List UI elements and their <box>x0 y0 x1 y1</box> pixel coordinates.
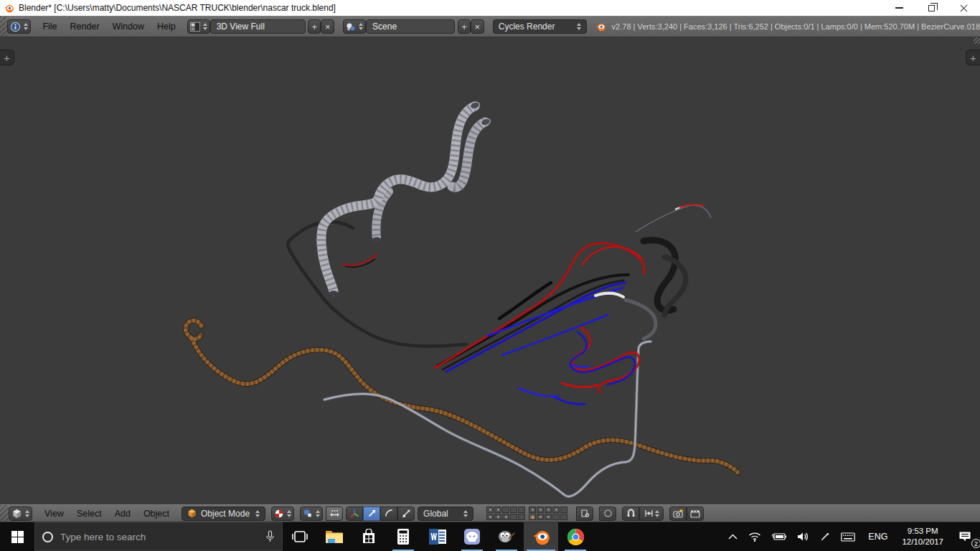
scene-name-field[interactable]: Scene <box>366 19 455 34</box>
layer-cell[interactable] <box>560 514 567 520</box>
taskbar-app-calculator[interactable] <box>386 522 420 551</box>
toolshelf-expand-button[interactable]: + <box>0 50 14 65</box>
menu-view[interactable]: View <box>38 509 70 519</box>
screen-layout-selector[interactable] <box>187 19 210 34</box>
layer-cell[interactable] <box>510 514 517 520</box>
screen-layout-icon <box>190 22 200 32</box>
layer-cell[interactable] <box>494 514 501 520</box>
manipulator-axes-button[interactable] <box>346 507 363 521</box>
layer-cell[interactable] <box>537 507 544 513</box>
curve-object-small-red-wire[interactable] <box>343 255 377 267</box>
scale-manipulator-button[interactable] <box>397 507 415 521</box>
layer-cell[interactable] <box>502 507 509 513</box>
rotate-manipulator-button[interactable] <box>380 507 397 521</box>
snap-toggle-button[interactable] <box>622 507 639 521</box>
spinner-icon <box>316 510 320 517</box>
curve-object-wiring-harness[interactable] <box>435 243 656 405</box>
editor-type-button-3dview[interactable] <box>9 507 32 521</box>
chevron-up-icon <box>728 534 738 540</box>
layer-cell[interactable] <box>560 507 567 513</box>
layer-cell[interactable] <box>552 514 560 520</box>
layer-cell[interactable] <box>518 514 525 520</box>
pivot-point-dropdown[interactable] <box>300 507 323 521</box>
menu-object[interactable]: Object <box>137 509 176 519</box>
tray-clock[interactable]: 9:53 PM 12/10/2017 <box>897 526 948 547</box>
search-input[interactable] <box>60 532 258 542</box>
chrome-icon <box>567 528 585 546</box>
editor-type-button-info[interactable] <box>7 19 31 34</box>
mode-dropdown[interactable]: Object Mode <box>182 507 265 521</box>
scene-lock-button[interactable] <box>576 507 593 521</box>
layer-cell[interactable] <box>545 507 552 513</box>
curve-object-dark-hose[interactable] <box>644 240 686 316</box>
translate-manipulator-button[interactable] <box>363 507 380 521</box>
taskbar-app-chrome[interactable] <box>558 522 593 551</box>
layer-cell[interactable] <box>510 507 517 513</box>
taskbar-app-file-explorer[interactable] <box>317 522 352 551</box>
manipulator-toggle-button[interactable] <box>326 507 343 521</box>
taskbar-app-gimp[interactable] <box>489 522 524 551</box>
taskbar-app-discord[interactable] <box>455 522 489 551</box>
layer-cell[interactable] <box>529 507 536 513</box>
close-button[interactable] <box>948 0 980 16</box>
opengl-render-button[interactable] <box>669 507 687 521</box>
restore-icon <box>928 5 935 11</box>
layer-cell[interactable] <box>486 514 494 520</box>
tray-language-indicator[interactable]: ENG <box>863 522 892 551</box>
layer-cell[interactable] <box>486 507 494 513</box>
tray-battery-button[interactable] <box>769 522 789 551</box>
area-corner-widget[interactable] <box>0 17 7 37</box>
curve-object-thin-sweep[interactable] <box>636 204 711 232</box>
minimize-button[interactable] <box>883 0 915 16</box>
add-scene-button[interactable]: + <box>458 19 471 34</box>
layer-cell[interactable] <box>537 514 544 520</box>
area-corner-widget[interactable] <box>0 505 9 522</box>
layer-cell[interactable] <box>545 514 552 520</box>
tray-volume-button[interactable] <box>794 522 811 551</box>
add-screen-button[interactable]: + <box>308 19 321 34</box>
layer-cell[interactable] <box>518 507 525 513</box>
screen-name-field[interactable]: 3D View Full <box>210 19 306 34</box>
taskbar-search[interactable] <box>34 522 283 551</box>
3d-viewport[interactable]: + + <box>0 37 980 504</box>
task-view-button[interactable] <box>283 522 317 551</box>
translate-arrow-icon <box>367 509 377 518</box>
menu-help[interactable]: Help <box>151 22 182 32</box>
proportional-edit-button[interactable] <box>599 507 616 521</box>
viewport-shading-dropdown[interactable] <box>271 507 294 521</box>
delete-scene-button[interactable]: × <box>471 19 484 34</box>
microphone-icon[interactable] <box>265 530 275 543</box>
tray-chevron-button[interactable] <box>725 522 740 551</box>
taskbar-app-word[interactable] <box>420 522 455 551</box>
taskbar-app-blender[interactable] <box>524 522 558 551</box>
snap-element-dropdown[interactable] <box>639 507 664 521</box>
menu-window[interactable]: Window <box>106 22 151 32</box>
properties-expand-button[interactable]: + <box>966 50 980 65</box>
tray-pen-button[interactable] <box>816 522 833 551</box>
tray-network-button[interactable] <box>745 522 764 551</box>
delete-screen-button[interactable]: × <box>321 19 334 34</box>
render-engine-dropdown[interactable]: Cycles Render <box>493 19 587 34</box>
taskbar-app-store[interactable] <box>352 522 386 551</box>
transform-orientation-dropdown[interactable]: Global <box>418 507 473 521</box>
start-button[interactable] <box>0 522 34 551</box>
layer-cell[interactable] <box>502 514 509 520</box>
restore-button[interactable] <box>915 0 948 16</box>
layer-cell-active[interactable] <box>529 514 536 520</box>
opengl-render-anim-button[interactable] <box>687 507 704 521</box>
menu-select[interactable]: Select <box>70 509 108 519</box>
scene-selector[interactable] <box>343 19 366 34</box>
spinner-icon <box>655 510 659 517</box>
action-center-button[interactable]: 2 <box>953 522 977 551</box>
menu-add[interactable]: Add <box>108 509 137 519</box>
spinner-icon <box>359 23 363 30</box>
scene-icon <box>346 22 356 32</box>
layer-cell[interactable] <box>552 507 560 513</box>
area-corner-widget[interactable] <box>974 37 980 44</box>
tray-keyboard-button[interactable] <box>838 522 858 551</box>
microsoft-store-icon <box>361 529 377 545</box>
menu-file[interactable]: File <box>36 22 63 32</box>
menu-render[interactable]: Render <box>64 22 106 32</box>
word-icon <box>428 528 447 545</box>
layer-cell[interactable] <box>494 507 501 513</box>
